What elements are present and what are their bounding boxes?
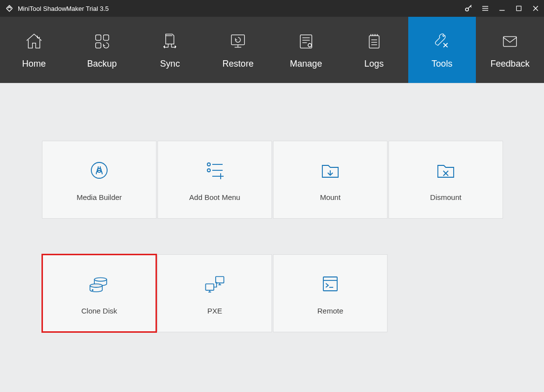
svg-rect-8 [95,35,101,40]
logs-icon [364,31,385,52]
svg-point-37 [90,284,102,287]
tool-mount[interactable]: Mount [273,141,388,219]
backup-icon [92,31,113,52]
nav-restore[interactable]: Restore [204,17,272,83]
mount-icon [318,158,342,182]
tool-label: Media Builder [77,193,122,201]
dismount-icon [434,158,458,182]
close-button[interactable] [527,0,544,17]
svg-rect-39 [216,276,224,283]
tool-label: PXE [207,307,222,315]
tools-panel: Media Builder Add Boot Menu [0,83,544,392]
nav-label: Tools [431,59,452,69]
svg-point-38 [92,289,93,290]
tool-pxe[interactable]: PXE [157,254,272,332]
tool-dismount[interactable]: Dismount [389,141,503,219]
svg-rect-10 [95,42,101,48]
tool-label: Mount [320,193,341,201]
svg-rect-9 [103,35,109,40]
titlebar-left: MiniTool ShadowMaker Trial 3.5 [5,4,109,13]
nav-label: Logs [364,59,384,69]
nav-sync[interactable]: Sync [136,17,204,83]
app-window: MiniTool ShadowMaker Trial 3.5 [0,0,544,392]
svg-rect-19 [369,36,379,48]
manage-icon [296,31,316,52]
tool-media-builder[interactable]: Media Builder [42,141,156,219]
svg-rect-45 [323,277,337,291]
nav-label: Restore [223,59,254,69]
pxe-icon [203,272,227,296]
nav-manage[interactable]: Manage [272,17,340,83]
restore-icon [228,31,248,52]
maximize-button[interactable] [510,0,527,17]
nav-logs[interactable]: Logs [340,17,408,83]
nav-label: Manage [290,59,322,69]
nav-label: Home [22,59,46,69]
tools-grid: Media Builder Add Boot Menu [42,141,503,332]
nav-home[interactable]: Home [0,17,68,83]
boot-menu-icon [203,158,227,182]
svg-point-28 [207,169,210,172]
minimize-button[interactable] [494,0,510,17]
main-navbar: Home Backup Sync [0,17,544,83]
key-button[interactable] [460,0,477,17]
svg-point-0 [466,8,468,11]
nav-tools[interactable]: Tools [408,17,476,83]
nav-backup[interactable]: Backup [68,17,136,83]
media-builder-icon [87,158,111,182]
remote-icon [318,272,342,296]
svg-point-26 [207,163,210,166]
home-icon [24,31,44,52]
menu-button[interactable] [477,0,494,17]
feedback-icon [500,31,520,52]
empty-slot [389,254,503,332]
svg-rect-23 [504,37,517,46]
tool-label: Dismount [430,193,461,201]
tool-clone-disk[interactable]: Clone Disk [42,254,156,332]
nav-label: Sync [160,59,180,69]
tools-icon [431,31,452,52]
nav-label: Feedback [491,59,530,69]
nav-label: Backup [87,59,117,69]
tool-label: Remote [317,307,344,315]
app-logo-icon [5,4,14,13]
svg-rect-11 [232,35,245,44]
titlebar-controls [460,0,544,17]
svg-rect-14 [300,35,311,48]
nav-feedback[interactable]: Feedback [476,17,544,83]
svg-rect-42 [206,284,214,290]
svg-rect-5 [516,6,521,10]
tool-label: Add Boot Menu [189,193,240,201]
sync-icon [159,31,180,52]
clone-disk-icon [87,272,111,296]
svg-point-36 [94,277,107,281]
app-title: MiniTool ShadowMaker Trial 3.5 [18,5,109,12]
tool-add-boot-menu[interactable]: Add Boot Menu [157,141,272,219]
tool-label: Clone Disk [81,307,117,315]
tool-remote[interactable]: Remote [273,254,388,332]
titlebar: MiniTool ShadowMaker Trial 3.5 [0,0,544,17]
